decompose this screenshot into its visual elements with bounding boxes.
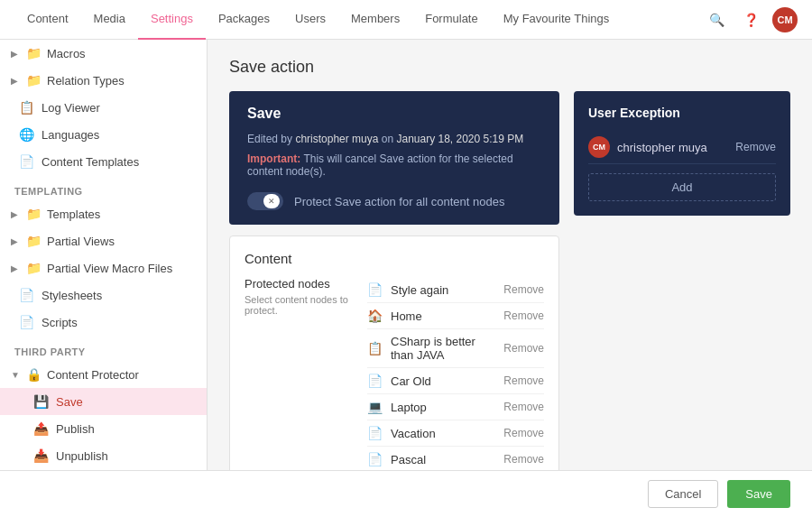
nav-item-media[interactable]: Media xyxy=(81,0,138,40)
sidebar-item-content-templates[interactable]: 📄 Content Templates xyxy=(0,148,207,175)
sidebar-label: Partial Views xyxy=(47,235,115,248)
arrow-icon: ▶ xyxy=(11,49,20,59)
publish-icon: 📤 xyxy=(32,421,49,436)
sidebar-label: Publish xyxy=(56,422,95,436)
third-party-section-label: Third Party xyxy=(0,336,207,361)
save-button[interactable]: Save xyxy=(727,480,790,508)
remove-button[interactable]: Remove xyxy=(503,374,544,387)
edit-date: January 18, 2020 5:19 PM xyxy=(396,133,523,145)
table-row: 📋 CSharp is better than JAVA Remove xyxy=(367,329,544,368)
arrow-icon: ▼ xyxy=(11,370,20,380)
edited-on-label: on xyxy=(382,133,397,145)
sidebar-item-templates[interactable]: ▶ 📁 Templates xyxy=(0,200,207,227)
nav-item-settings[interactable]: Settings xyxy=(138,0,206,40)
templating-section-label: Templating xyxy=(0,175,207,200)
user-exception-card: User Exception CM christopher muya Remov… xyxy=(574,91,790,216)
editor-name: christopher muya xyxy=(295,133,378,145)
remove-button[interactable]: Remove xyxy=(503,401,544,413)
content-section-title: Content xyxy=(245,251,544,266)
folder-icon: 📁 xyxy=(25,207,42,221)
file-icon: 📄 xyxy=(367,282,383,297)
user-row: CM christopher muya Remove xyxy=(588,131,776,164)
remove-button[interactable]: Remove xyxy=(503,309,544,322)
folder-icon: 📁 xyxy=(25,234,42,248)
sidebar-sub-item-unpublish[interactable]: 📥 Unpublish xyxy=(0,442,207,469)
remove-button[interactable]: Remove xyxy=(503,453,544,466)
search-icon[interactable]: 🔍 xyxy=(704,7,729,32)
file-icon: 📄 xyxy=(367,426,383,440)
sidebar-sub-item-save[interactable]: 💾 Save xyxy=(0,388,207,415)
sidebar-item-macros[interactable]: ▶ 📁 Macros xyxy=(0,40,207,67)
globe-icon: 🌐 xyxy=(18,127,34,142)
save-icon: 💾 xyxy=(32,394,49,409)
nav-item-packages[interactable]: Packages xyxy=(206,0,282,40)
list-icon: 📋 xyxy=(18,100,34,115)
folder-icon: 📁 xyxy=(25,46,42,60)
remove-button[interactable]: Remove xyxy=(503,427,544,439)
table-row: 📄 Vacation Remove xyxy=(367,420,544,447)
top-nav: Content Media Settings Packages Users Me… xyxy=(0,0,812,40)
toggle-label: Protect Save action for all content node… xyxy=(294,195,504,208)
bottom-bar: Cancel Save xyxy=(0,470,812,517)
nav-item-formulate[interactable]: Formulate xyxy=(412,0,491,40)
sidebar-sub-item-publish[interactable]: 📤 Publish xyxy=(0,415,207,442)
main-content: Save action Save Edited by christopher m… xyxy=(208,40,812,470)
folder-icon: 📁 xyxy=(25,261,42,275)
folder-icon: 📁 xyxy=(25,73,42,88)
sidebar-item-stylesheets[interactable]: 📄 Stylesheets xyxy=(0,282,207,309)
sidebar-item-languages[interactable]: 🌐 Languages xyxy=(0,121,207,148)
sidebar-label: Content Protector xyxy=(47,368,139,382)
laptop-icon: 💻 xyxy=(367,400,383,414)
cancel-button[interactable]: Cancel xyxy=(648,480,718,508)
remove-button[interactable]: Remove xyxy=(503,342,544,355)
sidebar-item-relation-types[interactable]: ▶ 📁 Relation Types xyxy=(0,67,207,94)
lock-icon: 🔒 xyxy=(25,367,42,382)
table-row: 📄 Pascal Remove xyxy=(367,447,544,470)
table-row: 📄 Car Old Remove xyxy=(367,368,544,394)
user-exception-title: User Exception xyxy=(588,106,776,120)
help-icon[interactable]: ❓ xyxy=(738,7,763,32)
user-name: christopher muya xyxy=(617,141,728,154)
save-card: Save Edited by christopher muya on Janua… xyxy=(229,91,559,225)
doc-icon: 📄 xyxy=(18,315,34,329)
sidebar-item-scripts[interactable]: 📄 Scripts xyxy=(0,309,207,336)
arrow-icon: ▶ xyxy=(11,209,20,219)
nav-item-favourites[interactable]: My Favourite Things xyxy=(491,0,623,40)
file-icon: 📄 xyxy=(367,374,383,388)
content-section: Content Protected nodes Select content n… xyxy=(229,235,559,470)
protected-nodes-subtitle: Select content nodes to protect. xyxy=(245,294,353,316)
sidebar-label: Macros xyxy=(47,47,86,60)
save-card-title: Save xyxy=(247,106,541,122)
sidebar-item-partial-macro-files[interactable]: ▶ 📁 Partial View Macro Files xyxy=(0,254,207,282)
nav-item-content[interactable]: Content xyxy=(14,0,81,40)
sidebar-label: Partial View Macro Files xyxy=(47,262,172,275)
nav-item-members[interactable]: Members xyxy=(338,0,412,40)
user-avatar: CM xyxy=(588,136,610,158)
protect-toggle[interactable]: ✕ xyxy=(247,192,283,210)
add-user-button[interactable]: Add xyxy=(588,173,776,201)
remove-button[interactable]: Remove xyxy=(503,283,544,296)
user-avatar[interactable]: CM xyxy=(772,7,798,32)
edited-by-label: Edited by xyxy=(247,133,295,145)
table-row: 🏠 Home Remove xyxy=(367,303,544,329)
nav-item-users[interactable]: Users xyxy=(282,0,338,40)
sidebar-label: Scripts xyxy=(42,316,78,329)
arrow-icon: ▶ xyxy=(11,263,20,273)
sidebar-label: Relation Types xyxy=(47,74,125,88)
home-icon: 🏠 xyxy=(367,309,383,323)
unpublish-icon: 📥 xyxy=(32,448,49,463)
file-icon: 📋 xyxy=(367,341,383,355)
arrow-icon: ▶ xyxy=(11,76,20,86)
sidebar-item-log-viewer[interactable]: 📋 Log Viewer xyxy=(0,94,207,121)
user-remove-button[interactable]: Remove xyxy=(735,141,776,153)
sidebar-item-partial-views[interactable]: ▶ 📁 Partial Views xyxy=(0,227,207,254)
sidebar-label: Unpublish xyxy=(56,449,108,463)
sidebar-item-content-protector[interactable]: ▼ 🔒 Content Protector xyxy=(0,361,207,388)
sidebar: ▶ 📁 Macros ▶ 📁 Relation Types 📋 Log View… xyxy=(0,40,208,470)
sidebar-label: Stylesheets xyxy=(42,289,102,302)
sidebar-label: Languages xyxy=(42,128,99,142)
file-icon: 📄 xyxy=(367,452,383,466)
page-title: Save action xyxy=(229,58,790,77)
toggle-knob: ✕ xyxy=(263,194,280,208)
sidebar-label: Templates xyxy=(47,208,100,221)
